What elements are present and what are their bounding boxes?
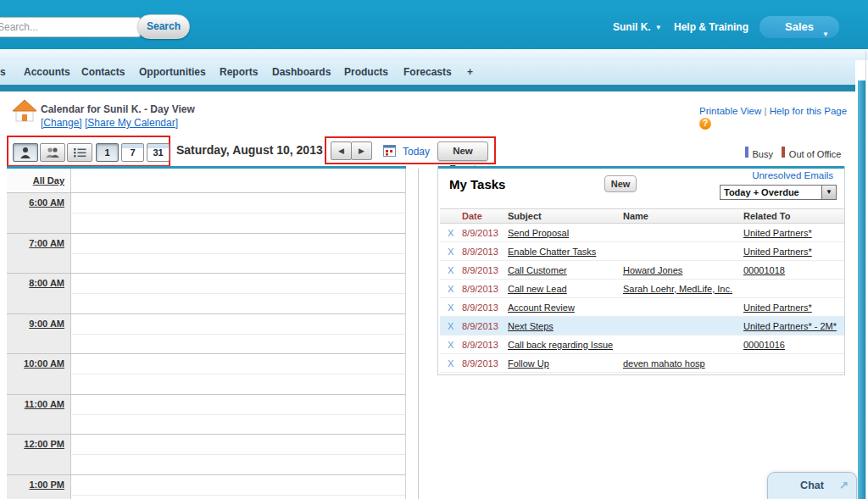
printable-view-link[interactable]: Printable View [699, 106, 761, 116]
time-link-10am[interactable]: 10:00 AM [7, 358, 64, 369]
out-of-office-color-swatch [782, 147, 785, 158]
task-row-highlighted: X 8/9/2013 Next Steps United Partners* -… [440, 317, 844, 335]
tab-add-plus[interactable]: + [467, 66, 473, 78]
time-link-7am[interactable]: 7:00 AM [7, 238, 64, 248]
busy-color-swatch [745, 147, 748, 158]
half-hour-gridline [72, 293, 405, 294]
task-related-link[interactable]: United Partners* - 2M* [743, 321, 837, 331]
app-menu-button[interactable]: Sales ▼ [760, 16, 839, 38]
hour-gridline [7, 273, 405, 274]
tab-leads[interactable]: Leads [0, 66, 6, 78]
col-related-to: Related To [743, 211, 844, 221]
tab-accounts[interactable]: Accounts [24, 66, 70, 78]
tab-dashboards[interactable]: Dashboards [272, 66, 331, 78]
month-view-button[interactable]: 31 [147, 143, 170, 162]
search-input[interactable] [0, 17, 141, 37]
task-related-link[interactable]: 00001018 [743, 265, 785, 275]
remove-task-link[interactable]: X [440, 247, 462, 257]
tab-forecasts[interactable]: Forecasts [403, 66, 452, 78]
week-view-button[interactable]: 7 [121, 143, 144, 162]
task-subject-link[interactable]: Call Customer [508, 265, 567, 275]
half-hour-gridline [72, 213, 405, 213]
next-day-button[interactable]: ▶ [351, 141, 372, 160]
task-name-link[interactable]: Sarah Loehr, MedLife, Inc. [623, 284, 732, 294]
task-related-link[interactable]: 00001016 [743, 340, 785, 350]
task-subject-link[interactable]: Call back regarding Issue [508, 340, 613, 350]
task-row: X 8/9/2013 Call new Lead Sarah Loehr, Me… [440, 280, 844, 298]
person-icon [19, 147, 32, 158]
change-link[interactable]: [Change] [41, 117, 82, 129]
tab-products[interactable]: Products [344, 66, 388, 78]
tab-opportunities[interactable]: Opportunities [139, 66, 206, 78]
single-user-view-button[interactable] [13, 143, 38, 162]
user-menu[interactable]: Sunil K.▼ [613, 21, 662, 33]
my-tasks-panel: My Tasks New Unresolved Emails Today + O… [437, 166, 845, 375]
task-subject-link[interactable]: Follow Up [508, 358, 549, 369]
people-icon [45, 147, 60, 158]
list-view-button[interactable] [67, 143, 92, 162]
task-row: X 8/9/2013 Follow Up deven mahato hosp [440, 354, 844, 373]
new-event-button[interactable]: New Event [437, 141, 488, 161]
unresolved-emails-link[interactable]: Unresolved Emails [752, 170, 833, 180]
time-link-8am[interactable]: 8:00 AM [7, 278, 64, 288]
hour-gridline [7, 394, 405, 395]
expand-arrow-icon[interactable]: ↗ [839, 479, 849, 491]
task-date: 8/9/2013 [462, 228, 508, 238]
tab-contacts[interactable]: Contacts [81, 66, 125, 78]
task-subject-link[interactable]: Enable Chatter Tasks [508, 247, 596, 257]
remove-task-link[interactable]: X [440, 358, 462, 369]
time-link-9am[interactable]: 9:00 AM [7, 319, 64, 329]
tasks-top-border [438, 166, 844, 169]
task-filter-select[interactable]: Today + Overdue ▼ [720, 185, 837, 200]
task-related-link[interactable]: United Partners* [743, 302, 812, 313]
col-subject: Subject [508, 211, 623, 221]
today-link[interactable]: Today [403, 146, 430, 158]
day-calendar-grid[interactable]: All Day 6:00 AM 7:00 AM 8:00 AM 9:00 AM … [7, 166, 406, 499]
remove-task-link[interactable]: X [440, 265, 462, 275]
time-link-12pm[interactable]: 12:00 PM [7, 439, 64, 449]
task-subject-link[interactable]: Account Review [508, 302, 575, 313]
nav-tab-bar: Leads Accounts Contacts Opportunities Re… [0, 60, 855, 85]
page-title: Calendar for Sunil K. - Day View [41, 103, 195, 115]
task-row: X 8/9/2013 Account Review United Partner… [440, 298, 844, 317]
new-task-button[interactable]: New [604, 175, 637, 192]
help-for-page-link[interactable]: Help for this Page [770, 106, 847, 116]
hour-gridline [7, 192, 405, 193]
chevron-down-icon: ▼ [822, 24, 829, 46]
tab-reports[interactable]: Reports [220, 66, 258, 78]
remove-task-link[interactable]: X [440, 302, 462, 313]
day-view-button[interactable]: 1 [96, 143, 119, 162]
all-day-link[interactable]: All Day [7, 175, 64, 186]
list-icon [73, 147, 86, 158]
grid-outer-right-border [418, 169, 419, 499]
task-date: 8/9/2013 [462, 321, 508, 331]
remove-task-link[interactable]: X [440, 340, 462, 350]
remove-task-link[interactable]: X [440, 228, 462, 238]
hour-gridline [7, 233, 405, 234]
previous-day-button[interactable]: ◀ [331, 141, 352, 160]
share-calendar-link[interactable]: [Share My Calendar] [85, 117, 178, 129]
task-subject-link[interactable]: Call new Lead [508, 284, 567, 294]
multi-user-view-button[interactable] [40, 143, 65, 162]
remove-task-link[interactable]: X [440, 284, 462, 294]
task-subject-link[interactable]: Next Steps [508, 321, 554, 331]
search-button[interactable]: Search [137, 14, 190, 39]
half-hour-gridline [72, 414, 405, 415]
col-date: Date [462, 211, 508, 221]
chevron-down-icon: ▼ [655, 24, 662, 31]
chat-tab[interactable]: Chat ↗ [767, 472, 857, 499]
task-date: 8/9/2013 [462, 284, 508, 294]
scrollbar-track-line [865, 51, 866, 499]
task-name-link[interactable]: deven mahato hosp [623, 358, 705, 369]
task-name-link[interactable]: Howard Jones [623, 265, 682, 275]
task-related-link[interactable]: United Partners* [743, 228, 812, 238]
help-icon[interactable]: ? [699, 118, 711, 130]
time-link-6am[interactable]: 6:00 AM [7, 197, 64, 208]
task-related-link[interactable]: United Partners* [743, 247, 812, 257]
task-subject-link[interactable]: Send Proposal [508, 228, 569, 238]
time-link-11am[interactable]: 11:00 AM [7, 399, 64, 409]
remove-task-link[interactable]: X [440, 321, 462, 331]
help-training-link[interactable]: Help & Training [674, 21, 748, 33]
time-link-1pm[interactable]: 1:00 PM [7, 480, 64, 490]
chevron-down-icon[interactable]: ▼ [821, 186, 836, 199]
